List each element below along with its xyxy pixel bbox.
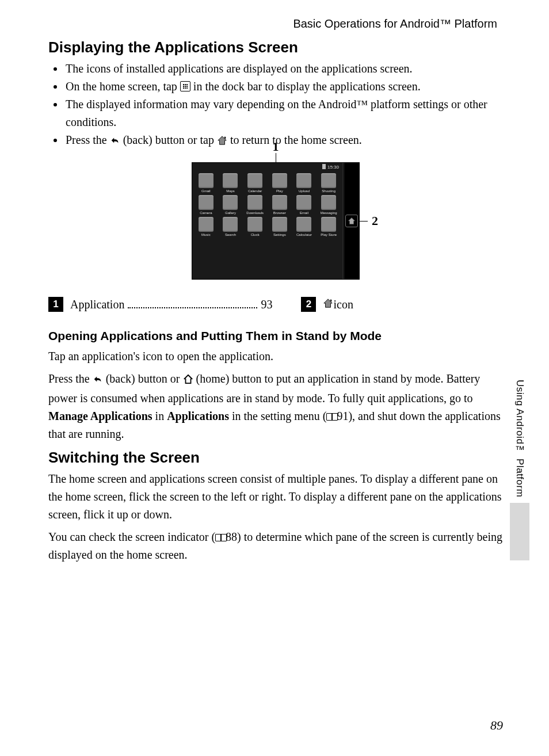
heading-opening-apps: Opening Applications and Putting Them in… (48, 329, 503, 343)
app-item: Play Store (317, 217, 340, 236)
app-item: Calculator (293, 217, 316, 236)
battery-icon (322, 164, 326, 169)
status-time: 15:30 (327, 165, 339, 170)
side-tab-label: Using Android™ Platform (514, 380, 525, 497)
app-icon (321, 173, 336, 188)
legend-number-2: 2 (301, 297, 316, 312)
bullet-4: Press the (back) button or tap to return… (64, 131, 503, 151)
heading-displaying-apps: Displaying the Applications Screen (48, 39, 503, 56)
app-item: Play (268, 173, 291, 193)
para-panes: The home screen and applications screen … (48, 470, 503, 524)
figure-apps-screen: 1 2 15:30 GmailMapsCalendarPlayUploadSho… (48, 162, 503, 280)
para2-bold-2: Applications (167, 410, 229, 422)
bullet-1: The icons of installed applications are … (64, 60, 503, 78)
home-icon (323, 298, 333, 311)
app-item: Search (219, 217, 242, 236)
app-icon (223, 195, 238, 210)
bullet-4-text-c: to return to the home screen. (230, 133, 362, 146)
bullet-3: The displayed information may vary depen… (64, 96, 503, 131)
para-indicator: You can check the screen indicator (88) … (48, 528, 503, 564)
side-tab-bar (510, 503, 529, 560)
legend-item-2: 2 icon (301, 297, 503, 312)
app-item: Email (293, 195, 316, 215)
app-label: Calculator (296, 233, 312, 236)
figure-legend: 1 Application 93 2 icon (48, 297, 503, 312)
para2-d: in (155, 410, 167, 422)
callout-label-2: 2 (372, 213, 378, 228)
bullet-list: The icons of installed applications are … (59, 60, 503, 151)
device-frame: 15:30 GmailMapsCalendarPlayUploadShootin… (192, 162, 360, 280)
app-label: Play (276, 189, 283, 193)
app-icon (247, 173, 262, 188)
bullet-2-text-a: On the home screen, tap (66, 80, 180, 93)
side-tab: Using Android™ Platform (510, 380, 529, 581)
page-number: 89 (490, 718, 503, 733)
app-label: Music (201, 233, 211, 236)
home-button (345, 215, 358, 227)
app-grid: GmailMapsCalendarPlayUploadShootingCamer… (195, 173, 340, 236)
app-icon (321, 195, 336, 210)
app-icon (321, 217, 336, 232)
app-icon (272, 217, 287, 232)
app-icon (223, 217, 238, 232)
app-icon (296, 195, 311, 210)
running-head: Basic Operations for Android™ Platform (48, 17, 497, 30)
app-item: Gallery (219, 195, 242, 215)
callout-label-1: 1 (273, 139, 279, 154)
device-screen: 15:30 GmailMapsCalendarPlayUploadShootin… (192, 163, 342, 279)
bullet-4-text-a: Press the (66, 133, 110, 146)
app-item: Calendar (243, 173, 266, 193)
app-label: Upload (299, 189, 310, 193)
bullet-2-text-b: in the dock bar to display the applicati… (193, 80, 421, 93)
app-icon (272, 195, 287, 210)
app-label: Messaging (321, 211, 337, 215)
app-label: Email (300, 211, 308, 215)
para4-a: You can check the screen indicator ( (48, 530, 215, 543)
app-label: Clock (251, 233, 260, 236)
app-label: Search (225, 233, 236, 236)
app-label: Gmail (201, 189, 211, 193)
back-icon (93, 372, 103, 390)
bullet-4-text-b: (back) button or tap (123, 133, 217, 146)
app-item: Camera (195, 195, 218, 215)
app-item: Downloads (243, 195, 266, 215)
para2-a: Press the (48, 372, 93, 385)
app-label: Downloads (246, 211, 264, 215)
para-tap-icon: Tap an application's icon to open the ap… (48, 348, 503, 365)
para2-e: in the setting menu ( (232, 410, 326, 422)
callout-line-2 (360, 221, 368, 222)
legend-leader-dots (128, 307, 257, 308)
legend-item-1: 1 Application 93 (48, 297, 272, 312)
app-item: Shooting (317, 173, 340, 193)
heading-switching-screen: Switching the Screen (48, 449, 503, 467)
app-icon (223, 173, 238, 188)
app-label: Maps (226, 189, 235, 193)
home-bar (342, 163, 359, 279)
book-ref-icon (326, 413, 337, 421)
para4-ref: 88 (226, 530, 237, 543)
status-bar: 15:30 (322, 164, 339, 170)
app-label: Calendar (248, 189, 262, 193)
app-icon (296, 173, 311, 188)
app-item: Maps (219, 173, 242, 193)
app-icon (247, 217, 262, 232)
legend-page-1: 93 (261, 298, 272, 311)
legend-label-2: icon (333, 298, 353, 311)
app-label: Browser (273, 211, 286, 215)
app-icon (272, 173, 287, 188)
para2-ref: 91 (337, 410, 348, 422)
app-label: Camera (200, 211, 212, 215)
legend-label-1: Application (70, 298, 124, 311)
app-item: Browser (268, 195, 291, 215)
bullet-2: On the home screen, tap in the dock bar … (64, 78, 503, 96)
app-item: Clock (243, 217, 266, 236)
app-label: Play Store (321, 233, 337, 236)
app-label: Settings (273, 233, 286, 236)
para2-b: (back) button or (106, 372, 183, 385)
app-item: Gmail (195, 173, 218, 193)
app-item: Messaging (317, 195, 340, 215)
apps-grid-icon (180, 81, 190, 91)
home-outline-icon (183, 372, 193, 390)
app-icon (199, 173, 214, 188)
para2-bold-1: Manage Applications (48, 410, 152, 422)
